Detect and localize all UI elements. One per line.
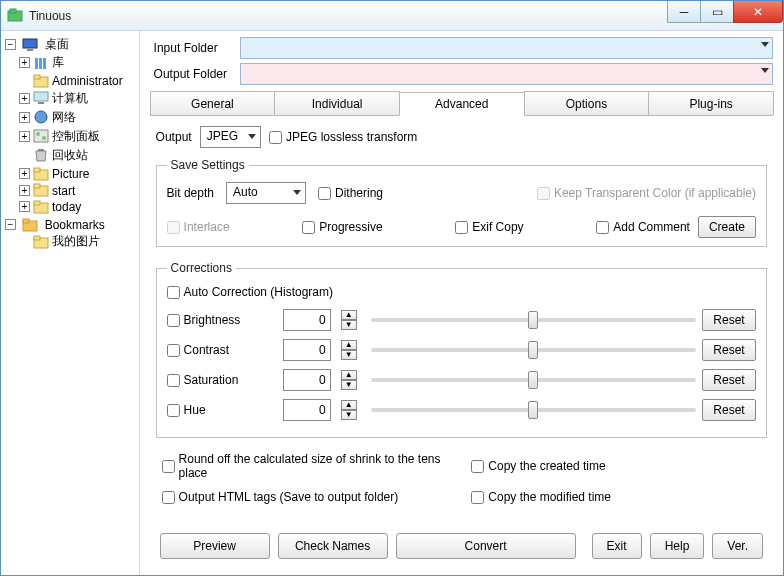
dithering-checkbox[interactable]: Dithering — [318, 186, 383, 200]
copy-modified-checkbox[interactable]: Copy the modified time — [471, 490, 761, 504]
save-settings-legend: Save Settings — [167, 158, 249, 172]
correction-slider[interactable] — [371, 348, 696, 352]
minimize-button[interactable]: ─ — [667, 1, 701, 23]
tree-node[interactable]: 回收站 — [19, 146, 137, 165]
footer: Preview Check Names Convert Exit Help Ve… — [150, 525, 773, 569]
correction-value[interactable] — [283, 399, 331, 421]
correction-slider[interactable] — [371, 318, 696, 322]
folder-inputs: Input Folder Output Folder — [150, 37, 773, 85]
output-format-select[interactable]: JPEG — [200, 126, 261, 148]
convert-button[interactable]: Convert — [396, 533, 576, 559]
spin-up[interactable]: ▲ — [341, 310, 357, 320]
app-window: Tinuous ─ ▭ ✕ − 桌面 +库Administrator+计算机+网… — [0, 0, 784, 576]
collapse-icon[interactable]: − — [5, 39, 16, 50]
correction-checkbox[interactable]: Hue — [167, 403, 277, 417]
chevron-down-icon[interactable] — [761, 42, 769, 47]
correction-slider[interactable] — [371, 378, 696, 382]
tree-node[interactable]: Administrator — [19, 72, 137, 89]
correction-value[interactable] — [283, 309, 331, 331]
app-icon — [7, 8, 23, 24]
output-folder-field[interactable] — [240, 63, 773, 85]
input-folder-label: Input Folder — [150, 41, 240, 55]
tab-content: Output JPEG JPEG lossless transform Save… — [150, 126, 773, 525]
spin-down[interactable]: ▼ — [341, 380, 357, 390]
reset-button[interactable]: Reset — [702, 369, 756, 391]
expand-icon[interactable]: + — [19, 112, 30, 123]
tab-advanced[interactable]: Advanced — [399, 92, 525, 116]
spin-buttons: ▲▼ — [341, 310, 365, 330]
bottom-options: Round off the calculated size of shrink … — [156, 452, 767, 512]
correction-row: Brightness▲▼Reset — [167, 309, 756, 331]
chevron-down-icon — [248, 134, 256, 139]
bit-depth-label: Bit depth — [167, 186, 214, 200]
expand-icon[interactable]: + — [19, 131, 30, 142]
reset-button[interactable]: Reset — [702, 399, 756, 421]
correction-slider[interactable] — [371, 408, 696, 412]
svg-rect-8 — [34, 75, 40, 79]
spin-down[interactable]: ▼ — [341, 320, 357, 330]
exif-copy-checkbox[interactable]: Exif Copy — [455, 220, 523, 234]
spin-down[interactable]: ▼ — [341, 350, 357, 360]
correction-value[interactable] — [283, 369, 331, 391]
progressive-checkbox[interactable]: Progressive — [302, 220, 382, 234]
chevron-down-icon[interactable] — [761, 68, 769, 73]
spin-buttons: ▲▼ — [341, 340, 365, 360]
collapse-icon[interactable]: − — [5, 219, 16, 230]
jpeg-lossless-checkbox[interactable]: JPEG lossless transform — [269, 130, 417, 144]
tree-node[interactable]: +库 — [19, 53, 137, 72]
maximize-button[interactable]: ▭ — [700, 1, 734, 23]
spin-up[interactable]: ▲ — [341, 340, 357, 350]
input-folder-field[interactable] — [240, 37, 773, 59]
bit-depth-select[interactable]: Auto — [226, 182, 306, 204]
spin-up[interactable]: ▲ — [341, 370, 357, 380]
check-names-button[interactable]: Check Names — [278, 533, 388, 559]
tree-node[interactable]: +网络 — [19, 108, 137, 127]
tab-options[interactable]: Options — [524, 91, 650, 115]
auto-correction-checkbox[interactable]: Auto Correction (Histogram) — [167, 285, 333, 299]
reset-button[interactable]: Reset — [702, 309, 756, 331]
correction-value[interactable] — [283, 339, 331, 361]
svg-rect-25 — [34, 236, 40, 240]
expand-icon[interactable]: + — [19, 185, 30, 196]
output-html-checkbox[interactable]: Output HTML tags (Save to output folder) — [162, 490, 452, 504]
output-row: Output JPEG JPEG lossless transform — [156, 126, 767, 148]
save-settings-group: Save Settings Bit depth Auto Dithering K… — [156, 158, 767, 247]
reset-button[interactable]: Reset — [702, 339, 756, 361]
expand-icon[interactable]: + — [19, 168, 30, 179]
tree-node[interactable]: +Picture — [19, 165, 137, 182]
expand-icon[interactable]: + — [19, 201, 30, 212]
add-comment-checkbox[interactable]: Add Comment — [596, 220, 690, 234]
corrections-group: Corrections Auto Correction (Histogram) … — [156, 261, 767, 438]
create-button[interactable]: Create — [698, 216, 756, 238]
expand-icon[interactable]: + — [19, 93, 30, 104]
help-button[interactable]: Help — [650, 533, 705, 559]
tree-node-bookmarks[interactable]: − Bookmarks 我的图片 — [5, 216, 137, 252]
round-off-checkbox[interactable]: Round off the calculated size of shrink … — [162, 452, 452, 480]
tab-individual[interactable]: Individual — [274, 91, 400, 115]
copy-created-checkbox[interactable]: Copy the created time — [471, 452, 761, 480]
tree-node[interactable]: +start — [19, 182, 137, 199]
ver-button[interactable]: Ver. — [712, 533, 763, 559]
tree-node-desktop[interactable]: − 桌面 +库Administrator+计算机+网络+控制面板回收站+Pict… — [5, 35, 137, 216]
body: − 桌面 +库Administrator+计算机+网络+控制面板回收站+Pict… — [1, 31, 783, 575]
expand-icon[interactable]: + — [19, 57, 30, 68]
svg-rect-19 — [34, 184, 40, 188]
spin-buttons: ▲▼ — [341, 370, 365, 390]
correction-checkbox[interactable]: Contrast — [167, 343, 277, 357]
exit-button[interactable]: Exit — [592, 533, 642, 559]
correction-checkbox[interactable]: Brightness — [167, 313, 277, 327]
svg-rect-3 — [27, 49, 33, 51]
tab-plugins[interactable]: Plug-ins — [648, 91, 774, 115]
tree-node[interactable]: +计算机 — [19, 89, 137, 108]
tree-node[interactable]: 我的图片 — [19, 232, 137, 251]
tab-general[interactable]: General — [150, 91, 276, 115]
close-button[interactable]: ✕ — [733, 1, 783, 23]
spin-down[interactable]: ▼ — [341, 410, 357, 420]
svg-point-11 — [35, 111, 47, 123]
spin-up[interactable]: ▲ — [341, 400, 357, 410]
tree-node[interactable]: +控制面板 — [19, 127, 137, 146]
tree-node[interactable]: +today — [19, 198, 137, 215]
preview-button[interactable]: Preview — [160, 533, 270, 559]
bookmarks-icon — [22, 218, 38, 232]
correction-checkbox[interactable]: Saturation — [167, 373, 277, 387]
